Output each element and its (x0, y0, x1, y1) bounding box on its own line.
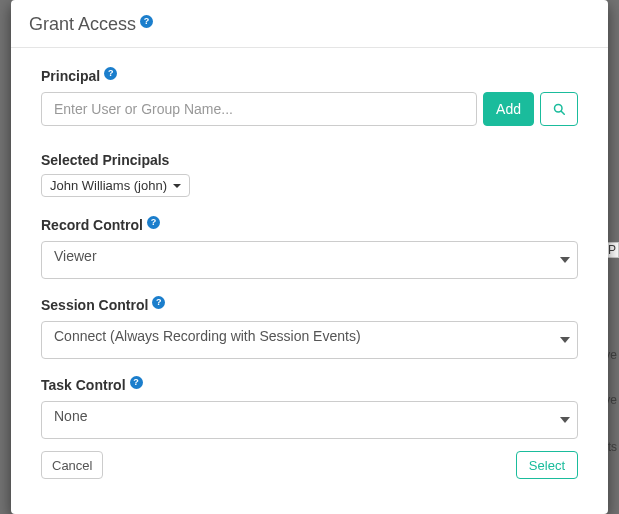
principal-label-text: Principal (41, 68, 100, 84)
search-button[interactable] (540, 92, 578, 126)
cancel-button[interactable]: Cancel (41, 451, 103, 479)
principal-chip-label: John Williams (john) (50, 178, 167, 193)
help-icon[interactable]: ? (147, 216, 160, 229)
grant-access-modal: Grant Access ? Principal ? Add Selected (11, 0, 608, 514)
task-control-label: Task Control ? (41, 377, 143, 393)
modal-backdrop: P ve ve ts Grant Access ? Principal ? Ad… (0, 0, 619, 514)
modal-header: Grant Access ? (11, 0, 608, 48)
session-control-label: Session Control ? (41, 297, 165, 313)
help-icon[interactable]: ? (152, 296, 165, 309)
selected-principals-label: Selected Principals (41, 152, 578, 168)
select-button[interactable]: Select (516, 451, 578, 479)
task-control-label-text: Task Control (41, 377, 126, 393)
record-control-block: Record Control ? Viewer (41, 217, 578, 279)
task-control-select-wrap: None (41, 401, 578, 439)
modal-title-text: Grant Access (29, 14, 136, 35)
modal-body: Principal ? Add Selected Principals John… (11, 48, 608, 514)
help-icon[interactable]: ? (140, 15, 153, 28)
principal-label: Principal ? (41, 68, 117, 84)
session-control-block: Session Control ? Connect (Always Record… (41, 297, 578, 359)
record-control-label-text: Record Control (41, 217, 143, 233)
task-control-block: Task Control ? None (41, 377, 578, 439)
task-control-select[interactable]: None (41, 401, 578, 439)
record-control-select[interactable]: Viewer (41, 241, 578, 279)
svg-line-1 (561, 111, 564, 114)
search-icon (553, 102, 565, 116)
principal-chip[interactable]: John Williams (john) (41, 174, 190, 197)
modal-title: Grant Access ? (29, 14, 153, 35)
help-icon[interactable]: ? (104, 67, 117, 80)
session-control-label-text: Session Control (41, 297, 148, 313)
principal-input-row: Add (41, 92, 578, 126)
principal-input[interactable] (41, 92, 477, 126)
chevron-down-icon (173, 184, 181, 188)
modal-footer: Cancel Select (41, 449, 578, 501)
record-control-label: Record Control ? (41, 217, 160, 233)
record-control-select-wrap: Viewer (41, 241, 578, 279)
session-control-select-wrap: Connect (Always Recording with Session E… (41, 321, 578, 359)
session-control-select[interactable]: Connect (Always Recording with Session E… (41, 321, 578, 359)
help-icon[interactable]: ? (130, 376, 143, 389)
add-button[interactable]: Add (483, 92, 534, 126)
